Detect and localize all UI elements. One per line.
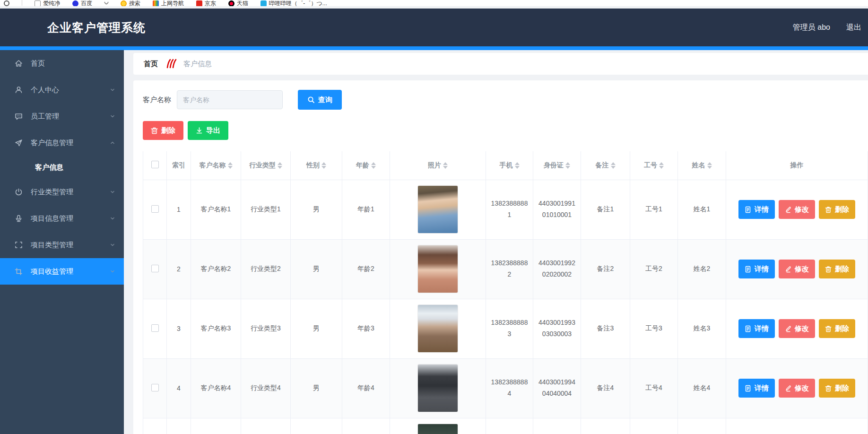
sidebar-item-7[interactable]: 项目类型管理 bbox=[0, 232, 124, 258]
sidebar-subitem-active[interactable]: 客户信息 bbox=[0, 156, 124, 179]
sidebar-item-6[interactable]: 项目信息管理 bbox=[0, 205, 124, 232]
bookmark-label: 哔哩哔哩（゜-゜）つ... bbox=[269, 0, 327, 6]
edit-button[interactable]: 修改 bbox=[779, 260, 815, 278]
detail-button[interactable]: 详情 bbox=[738, 200, 775, 219]
row-checkbox[interactable] bbox=[151, 205, 159, 213]
row-checkbox[interactable] bbox=[151, 324, 159, 332]
cell-id-card: 440300199303030003 bbox=[533, 299, 581, 358]
sort-icon[interactable] bbox=[659, 162, 664, 169]
column-header-customer_name[interactable]: 客户名称 bbox=[191, 151, 241, 180]
column-label: 姓名 bbox=[692, 161, 705, 170]
sidebar-item-2[interactable]: 个人中心 bbox=[0, 77, 124, 103]
bookmark-item[interactable]: 天猫 bbox=[228, 0, 248, 6]
sort-icon[interactable] bbox=[443, 162, 448, 169]
sort-desc-icon[interactable] bbox=[515, 166, 520, 169]
column-header-remark[interactable]: 备注 bbox=[581, 151, 630, 180]
sort-icon[interactable] bbox=[278, 162, 282, 169]
sort-icon[interactable] bbox=[611, 162, 616, 169]
select-all-checkbox[interactable] bbox=[151, 161, 159, 168]
row-delete-button[interactable]: 删除 bbox=[819, 379, 855, 398]
sort-asc-icon[interactable] bbox=[443, 162, 448, 165]
column-header-photo[interactable]: 照片 bbox=[390, 151, 486, 180]
cell-remark: 备注3 bbox=[581, 299, 630, 358]
sidebar-item-5[interactable]: 行业类型管理 bbox=[0, 179, 124, 205]
bookmark-item[interactable]: 哔哩哔哩（゜-゜）つ... bbox=[260, 0, 327, 6]
row-delete-button[interactable]: 删除 bbox=[819, 200, 855, 219]
query-button[interactable]: 查询 bbox=[298, 90, 342, 110]
row-checkbox[interactable] bbox=[151, 265, 159, 272]
sort-asc-icon[interactable] bbox=[611, 162, 616, 165]
sort-desc-icon[interactable] bbox=[228, 166, 233, 169]
sort-desc-icon[interactable] bbox=[611, 166, 616, 169]
sort-desc-icon[interactable] bbox=[371, 166, 376, 169]
bookmark-item[interactable]: 百度 bbox=[72, 0, 92, 6]
bulk-delete-button[interactable]: 删除 bbox=[143, 121, 183, 140]
sort-asc-icon[interactable] bbox=[321, 162, 326, 165]
cell-actions: 详情修改删除 bbox=[726, 299, 868, 358]
bookmark-item[interactable]: 上网导航 bbox=[153, 0, 184, 6]
bookmark-item[interactable]: 京东 bbox=[196, 0, 216, 6]
customer-name-input[interactable] bbox=[177, 90, 283, 109]
sidebar-item-8-selected[interactable]: 项目收益管理 bbox=[0, 258, 124, 285]
sidebar-item-3[interactable]: 员工管理 bbox=[0, 103, 124, 130]
sort-desc-icon[interactable] bbox=[443, 166, 448, 169]
cell-index: 3 bbox=[167, 299, 191, 358]
row-delete-button[interactable]: 删除 bbox=[819, 260, 855, 278]
cell-actions: 详情修改删除 bbox=[726, 180, 868, 239]
sidebar-item-1[interactable]: 首页 bbox=[0, 50, 124, 77]
sort-desc-icon[interactable] bbox=[659, 166, 664, 169]
sort-asc-icon[interactable] bbox=[278, 162, 282, 165]
sort-icon[interactable] bbox=[371, 162, 376, 169]
detail-button[interactable]: 详情 bbox=[738, 260, 775, 278]
breadcrumb-home[interactable]: 首页 bbox=[144, 60, 158, 69]
column-header-age[interactable]: 年龄 bbox=[342, 151, 390, 180]
column-header-industry[interactable]: 行业类型 bbox=[241, 151, 291, 180]
sort-asc-icon[interactable] bbox=[565, 162, 570, 165]
edit-button[interactable]: 修改 bbox=[779, 200, 815, 219]
bookmark-item[interactable] bbox=[104, 0, 108, 6]
document-icon bbox=[745, 385, 751, 392]
cell-photo bbox=[390, 418, 486, 434]
sort-icon[interactable] bbox=[707, 162, 712, 169]
cell-index: 1 bbox=[167, 180, 191, 239]
trash-icon bbox=[825, 206, 832, 213]
sort-asc-icon[interactable] bbox=[707, 162, 712, 165]
row-checkbox[interactable] bbox=[151, 384, 159, 391]
sort-icon[interactable] bbox=[515, 162, 520, 169]
cell-id-card: 440300199202020002 bbox=[533, 239, 581, 299]
bookmark-item[interactable]: 搜索 bbox=[121, 0, 140, 6]
customer-photo bbox=[418, 424, 458, 434]
sort-asc-icon[interactable] bbox=[659, 162, 664, 165]
customer-name-label: 客户名称 bbox=[143, 95, 171, 104]
row-delete-button[interactable]: 删除 bbox=[819, 319, 855, 338]
detail-button[interactable]: 详情 bbox=[738, 319, 775, 338]
sort-icon[interactable] bbox=[321, 162, 326, 169]
sort-desc-icon[interactable] bbox=[707, 166, 712, 169]
sort-asc-icon[interactable] bbox=[371, 162, 376, 165]
sidebar-item-4[interactable]: 客户信息管理 bbox=[0, 130, 124, 156]
edit-button[interactable]: 修改 bbox=[779, 319, 815, 338]
trash-icon bbox=[825, 266, 832, 273]
sort-asc-icon[interactable] bbox=[515, 162, 520, 165]
sort-desc-icon[interactable] bbox=[278, 166, 282, 169]
search-icon bbox=[307, 96, 315, 104]
sort-icon[interactable] bbox=[565, 162, 570, 169]
bookmark-item[interactable]: 爱纯净 bbox=[35, 0, 60, 6]
logout-link[interactable]: 退出 bbox=[846, 23, 861, 33]
sort-desc-icon[interactable] bbox=[565, 166, 570, 169]
column-header-phone[interactable]: 手机 bbox=[486, 151, 533, 180]
bookmark-item[interactable] bbox=[4, 0, 9, 6]
column-label: 性别 bbox=[306, 161, 320, 170]
bookmarks-separator bbox=[22, 0, 22, 6]
sort-desc-icon[interactable] bbox=[321, 166, 326, 169]
edit-button[interactable]: 修改 bbox=[779, 379, 815, 398]
detail-button[interactable]: 详情 bbox=[738, 379, 775, 398]
sort-icon[interactable] bbox=[228, 162, 233, 169]
column-header-id_card[interactable]: 身份证 bbox=[533, 151, 581, 180]
export-button[interactable]: 导出 bbox=[188, 121, 228, 140]
column-header-gender[interactable]: 性别 bbox=[291, 151, 342, 180]
bookmark-label: 上网导航 bbox=[161, 0, 184, 6]
column-header-name[interactable]: 姓名 bbox=[678, 151, 726, 180]
sort-asc-icon[interactable] bbox=[228, 162, 233, 165]
column-header-job_no[interactable]: 工号 bbox=[630, 151, 678, 180]
